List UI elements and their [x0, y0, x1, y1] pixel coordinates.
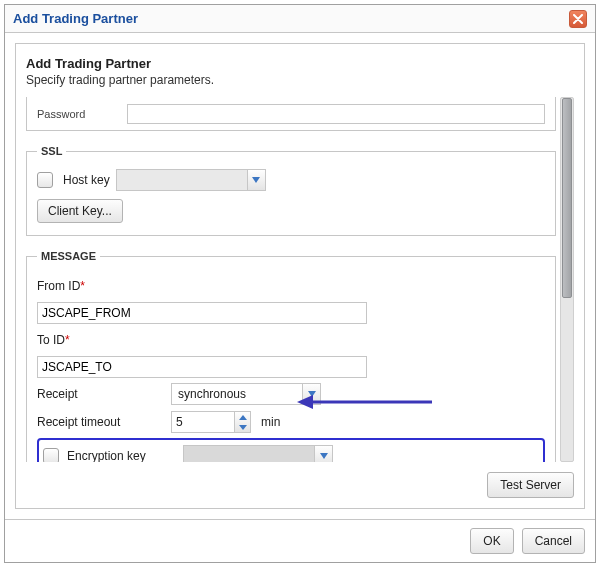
svg-marker-0: [252, 177, 260, 183]
inner-frame: Add Trading Partner Specify trading part…: [15, 43, 585, 509]
encryption-key-select[interactable]: [183, 445, 333, 462]
hostkey-checkbox[interactable]: [37, 172, 53, 188]
encryption-key-label: Encryption key: [67, 449, 146, 462]
receipt-timeout-stepper[interactable]: 5: [171, 411, 251, 433]
to-id-field[interactable]: [37, 356, 367, 378]
password-row: Password: [26, 97, 556, 131]
page-subtitle: Specify trading partner parameters.: [26, 73, 574, 87]
close-icon[interactable]: [569, 10, 587, 28]
page-title: Add Trading Partner: [26, 56, 574, 71]
password-field[interactable]: [127, 104, 545, 124]
crypto-highlight-box: Encryption key Encryption algorithm: [37, 438, 545, 462]
scrollbar-thumb[interactable]: [562, 98, 572, 298]
scrollbar[interactable]: [560, 97, 574, 462]
spinner-down-icon: [239, 422, 247, 432]
from-id-row: From ID*: [37, 274, 545, 298]
to-id-label: To ID*: [37, 333, 167, 347]
spinner-up-icon: [239, 412, 247, 422]
titlebar: Add Trading Partner: [5, 5, 595, 33]
svg-marker-6: [320, 453, 328, 459]
spinner-buttons[interactable]: [234, 412, 250, 432]
hostkey-label: Host key: [63, 173, 110, 187]
hostkey-row: Host key: [37, 169, 545, 191]
svg-marker-2: [239, 415, 247, 420]
from-id-label: From ID*: [37, 279, 167, 293]
receipt-select-value: synchronous: [176, 387, 302, 401]
receipt-timeout-row: Receipt timeout 5 min: [37, 410, 545, 434]
add-trading-partner-dialog: Add Trading Partner Add Trading Partner …: [4, 4, 596, 563]
svg-marker-5: [297, 395, 313, 409]
ssl-legend: SSL: [37, 145, 66, 157]
receipt-label: Receipt: [37, 387, 167, 401]
dialog-body: Add Trading Partner Specify trading part…: [5, 33, 595, 519]
svg-marker-3: [239, 425, 247, 430]
cancel-button[interactable]: Cancel: [522, 528, 585, 554]
titlebar-title: Add Trading Partner: [13, 11, 138, 26]
chevron-down-icon: [247, 170, 265, 190]
from-id-field[interactable]: [37, 302, 367, 324]
scroll-area: Password SSL Host key: [26, 97, 574, 462]
message-group: MESSAGE From ID* To ID*: [26, 250, 556, 462]
receipt-timeout-value: 5: [172, 415, 234, 429]
receipt-timeout-label: Receipt timeout: [37, 415, 167, 429]
receipt-timeout-unit: min: [261, 415, 280, 429]
enc-key-row: Encryption key: [43, 444, 539, 462]
hostkey-select[interactable]: [116, 169, 266, 191]
message-legend: MESSAGE: [37, 250, 100, 262]
to-id-row: To ID*: [37, 328, 545, 352]
receipt-row: Receipt synchronous: [37, 382, 545, 406]
dialog-footer: OK Cancel: [5, 519, 595, 562]
encryption-key-checkbox[interactable]: [43, 448, 59, 462]
chevron-down-icon: [314, 446, 332, 462]
section-header: Add Trading Partner Specify trading part…: [26, 56, 574, 97]
ssl-group: SSL Host key Cli: [26, 145, 556, 236]
inner-footer: Test Server: [26, 472, 574, 498]
ok-button[interactable]: OK: [470, 528, 513, 554]
client-key-button[interactable]: Client Key...: [37, 199, 123, 223]
annotation-arrow-icon: [297, 392, 437, 412]
test-server-button[interactable]: Test Server: [487, 472, 574, 498]
scroll-content: Password SSL Host key: [26, 97, 560, 462]
password-label: Password: [37, 108, 127, 120]
